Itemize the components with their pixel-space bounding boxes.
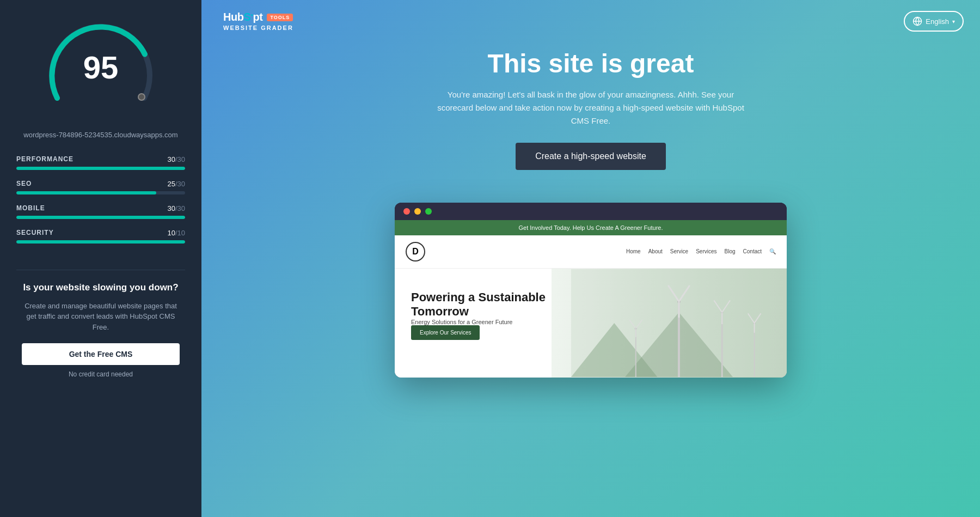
site-hero: Powering a Sustainable Tomorrow Energy S… [395,269,787,378]
explore-btn: Explore Our Services [411,325,480,340]
progress-bg-mobile [16,216,185,219]
site-hero-content: Powering a Sustainable Tomorrow Energy S… [411,290,770,340]
metrics-section: PERFORMANCE 30/30 SEO 25/30 [16,155,185,253]
metric-performance: PERFORMANCE 30/30 [16,155,185,170]
progress-fill-seo [16,191,156,194]
language-selector-button[interactable]: English ▾ [904,11,964,32]
browser-mockup: Get Involved Today. Help Us Create A Gre… [395,203,787,378]
hubspot-logo: HubS●pt TOOLS WEBSITE GRADER [223,11,293,31]
browser-titlebar [395,203,787,220]
globe-icon [912,16,922,26]
svg-point-0 [138,94,145,100]
language-label: English [926,17,949,26]
hero-title: This site is great [488,48,694,80]
nav-about: About [648,248,663,254]
metric-score-seo: 25/30 [167,180,185,188]
cta-title: Is your website slowing you down? [22,281,180,294]
nav-home: Home [626,248,641,254]
progress-bg-seo [16,191,185,194]
metric-score-performance: 30/30 [167,155,185,163]
site-title: Powering a Sustainable Tomorrow [411,290,602,319]
main-area: HubS●pt TOOLS WEBSITE GRADER English ▾ T… [201,0,980,517]
site-subtitle: Energy Solutions for a Greener Future [411,319,770,325]
score-gauge: 95 [46,16,155,125]
hero-section: This site is great You're amazing! Let's… [411,42,770,203]
progress-bg-security [16,240,185,244]
metric-label-seo: SEO [16,180,32,188]
metric-label-security: SECURITY [16,229,54,237]
site-nav-links: Home About Service Services Blog Contact… [626,248,776,254]
site-banner: Get Involved Today. Help Us Create A Gre… [395,220,787,235]
browser-content: Get Involved Today. Help Us Create A Gre… [395,220,787,378]
tools-badge: TOOLS [267,14,293,21]
get-free-cms-button[interactable]: Get the Free CMS [22,343,180,365]
site-nav: D Home About Service Services Blog Conta… [395,235,787,269]
metric-score-mobile: 30/30 [167,204,185,212]
website-grader-text: WEBSITE GRADER [223,25,293,31]
site-logo: D [406,242,425,261]
browser-dot-red [403,208,410,215]
metric-seo: SEO 25/30 [16,180,185,194]
metric-mobile: MOBILE 30/30 [16,204,185,219]
metric-label-mobile: MOBILE [16,204,45,212]
hubspot-text: HubS●pt [223,11,262,23]
browser-dot-yellow [414,208,421,215]
nav-services: Services [696,248,716,254]
progress-fill-mobile [16,216,185,219]
progress-bg-performance [16,167,185,170]
chevron-down-icon: ▾ [952,19,955,25]
no-credit-label: No credit card needed [22,370,180,378]
metric-score-security: 10/10 [167,229,185,237]
nav-blog: Blog [725,248,736,254]
nav-contact: Contact [743,248,762,254]
progress-fill-security [16,240,185,244]
hubspot-tools-row: HubS●pt TOOLS [223,11,293,23]
site-url: wordpress-784896-5234535.cloudwaysapps.c… [23,131,177,139]
create-website-button[interactable]: Create a high-speed website [516,143,666,170]
hero-description: You're amazing! Let's all bask in the gl… [433,88,749,127]
sidebar: 95 wordpress-784896-5234535.cloudwaysapp… [0,0,201,517]
browser-dot-green [425,208,432,215]
score-value: 95 [83,49,119,86]
cta-description: Create and manage beautiful website page… [22,301,180,333]
metric-label-performance: PERFORMANCE [16,155,74,163]
cta-section: Is your website slowing you down? Create… [16,270,185,389]
metric-security: SECURITY 10/10 [16,229,185,244]
progress-fill-performance [16,167,185,170]
top-bar: English ▾ [201,0,980,42]
nav-service: Service [670,248,688,254]
search-icon: 🔍 [769,248,776,254]
